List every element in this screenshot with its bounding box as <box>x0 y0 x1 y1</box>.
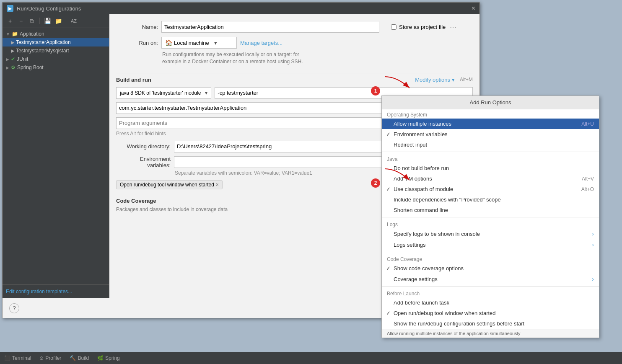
config-icon-2: ▶ <box>11 48 14 54</box>
toolbar-divider-2 <box>66 18 66 24</box>
sidebar-item-testmystartermysql[interactable]: ▶ TestmystarterMysqlstart <box>3 46 109 55</box>
divider-4 <box>382 286 599 287</box>
config-icon: ▶ <box>11 40 14 45</box>
sidebar-item-springboot[interactable]: ▶ ⚙ Spring Boot <box>3 63 109 72</box>
expand-arrow: ▼ <box>6 32 10 36</box>
dropdown-item-add-vm[interactable]: Add VM options Alt+V <box>382 173 599 184</box>
dropdown-item-use-classpath[interactable]: ✓ Use classpath of module Alt+O <box>382 184 599 194</box>
section-label-coverage: Code Coverage <box>382 254 599 263</box>
build-run-title: Build and run <box>116 77 151 83</box>
copy-config-button[interactable]: ⧉ <box>28 17 36 25</box>
dropdown-item-redirect[interactable]: Redirect input <box>382 139 599 150</box>
sort-button[interactable]: AZ <box>70 17 78 25</box>
statusbar: ⬛ Terminal ⊙ Profiler 🔨 Build 🌿 Spring <box>0 352 622 364</box>
store-project-row: Store as project file ⋯ <box>391 23 456 31</box>
dropdown-item-show-coverage[interactable]: ✓ Show code coverage options <box>382 263 599 274</box>
allow-multiple-shortcut: Alt+U <box>581 121 594 127</box>
manage-targets-link[interactable]: Manage targets... <box>240 40 282 46</box>
open-tool-window-label: Open run/debug tool window when started <box>394 310 496 316</box>
annotation-badge-1: 1 <box>371 75 414 96</box>
store-label: Store as project file <box>399 24 446 30</box>
dropdown-item-no-build[interactable]: Do not build before run <box>382 163 599 173</box>
shorten-label: Shorten command line <box>394 207 448 213</box>
check-icon-4: ✓ <box>386 310 391 316</box>
section-divider <box>116 73 473 73</box>
build-run-header: Build and run Modify options ▾ Alt+M <box>116 77 473 83</box>
badge-1: 1 <box>371 86 380 96</box>
more-icon[interactable]: ⋯ <box>450 23 456 31</box>
statusbar-build[interactable]: 🔨 Build <box>70 355 89 361</box>
dialog-titlebar: ▶ Run/Debug Configurations × <box>3 3 479 14</box>
check-icon: ✓ <box>386 131 391 137</box>
build-label: Build <box>78 355 89 361</box>
dropdown-item-allow-multiple[interactable]: Allow multiple instances Alt+U <box>382 119 599 129</box>
dropdown-item-show-settings[interactable]: Show the run/debug configuration setting… <box>382 318 599 329</box>
java-sdk-label: java 8 SDK of 'testmystarter' module <box>120 90 201 96</box>
expand-arrow-3: ▶ <box>6 65 9 70</box>
name-label: Name: <box>116 24 158 30</box>
dropdown-item-open-tool-window[interactable]: ✓ Open run/debug tool window when starte… <box>382 308 599 318</box>
runon-value: Local machine <box>174 40 209 46</box>
profiler-icon: ⊙ <box>39 355 44 361</box>
remove-config-button[interactable]: − <box>17 17 25 25</box>
modify-options-button[interactable]: Modify options ▾ Alt+M <box>415 77 473 83</box>
section-label-logs: Logs <box>382 219 599 228</box>
name-input[interactable] <box>161 21 379 33</box>
store-checkbox[interactable] <box>391 24 397 30</box>
java-sdk-select[interactable]: java 8 SDK of 'testmystarter' module ▾ <box>116 87 211 99</box>
section-label-java: Java <box>382 154 599 163</box>
runon-select[interactable]: 🏠 Local machine ▾ <box>161 37 237 49</box>
include-deps-label: Include dependencies with "Provided" sco… <box>394 196 501 203</box>
profiler-label: Profiler <box>45 355 61 361</box>
envvar-label: Environment variables: <box>116 156 171 168</box>
sidebar-item-label: TestmystarterMysqlstart <box>16 48 69 54</box>
add-config-button[interactable]: + <box>6 17 14 25</box>
section-label-os: Operating System <box>382 109 599 119</box>
dropdown-item-coverage-settings[interactable]: Coverage settings › <box>382 274 599 284</box>
chevron-down-icon: ▾ <box>214 40 217 46</box>
dropdown-item-add-before-launch[interactable]: Add before launch task <box>382 297 599 308</box>
section-label-before-launch: Before Launch <box>382 288 599 297</box>
arrow-1 <box>380 75 414 96</box>
statusbar-spring[interactable]: 🌿 Spring <box>97 355 120 361</box>
sidebar-item-junit[interactable]: ▶ ✔ JUnit <box>3 55 109 63</box>
springboot-icon: ⚙ <box>11 65 16 70</box>
folder-button[interactable]: 📁 <box>54 17 62 25</box>
chevron-down-icon-2: ▾ <box>452 77 455 83</box>
sidebar-item-application[interactable]: ▼ 📁 Application <box>3 30 109 38</box>
chevron-right-icon: › <box>592 230 594 237</box>
runon-row: Run on: 🏠 Local machine ▾ Manage targets… <box>116 37 473 49</box>
sidebar-footer: Edit configuration templates... <box>3 284 109 298</box>
help-button[interactable]: ? <box>9 303 19 313</box>
divider-1 <box>382 152 599 152</box>
edit-templates-link[interactable]: Edit configuration templates... <box>6 289 72 294</box>
show-coverage-label: Show code coverage options <box>394 265 464 271</box>
junit-icon: ✔ <box>11 56 15 62</box>
folder-icon: 📁 <box>12 31 18 37</box>
dropdown-item-shorten[interactable]: Shorten command line <box>382 205 599 215</box>
add-before-launch-label: Add before launch task <box>394 299 449 306</box>
dropdown-item-logs-settings[interactable]: Logs settings › <box>382 239 599 250</box>
terminal-label: Terminal <box>12 355 31 361</box>
tag-chip: Open run/debug tool window when started … <box>116 180 223 189</box>
sidebar-toolbar: + − ⧉ 💾 📁 AZ <box>3 14 109 28</box>
tag-remove-button[interactable]: × <box>216 182 219 188</box>
sidebar-item-label: JUnit <box>17 56 28 62</box>
expand-arrow-2: ▶ <box>6 57 9 62</box>
specify-logs-label: Specify logs to be shown in console <box>394 231 480 237</box>
dropdown-item-include-deps[interactable]: Include dependencies with "Provided" sco… <box>382 194 599 205</box>
dropdown-item-env-vars[interactable]: ✓ Environment variables <box>382 129 599 139</box>
runon-label: Run on: <box>116 40 158 46</box>
statusbar-terminal[interactable]: ⬛ Terminal <box>4 355 31 361</box>
build-icon: 🔨 <box>70 355 76 361</box>
sidebar-item-testmystarter[interactable]: ▶ TestmystarterApplication <box>3 38 109 46</box>
sidebar-item-label: Application <box>20 31 44 37</box>
statusbar-profiler[interactable]: ⊙ Profiler <box>39 355 61 361</box>
name-row: Name: Store as project file ⋯ <box>116 21 473 33</box>
close-button[interactable]: × <box>472 5 475 12</box>
sdk-chevron-icon: ▾ <box>205 90 207 96</box>
runon-hint: Run configurations may be executed local… <box>162 51 473 65</box>
save-config-button[interactable]: 💾 <box>43 17 52 25</box>
dropdown-item-specify-logs[interactable]: Specify logs to be shown in console › <box>382 228 599 239</box>
redirect-label: Redirect input <box>394 142 427 148</box>
